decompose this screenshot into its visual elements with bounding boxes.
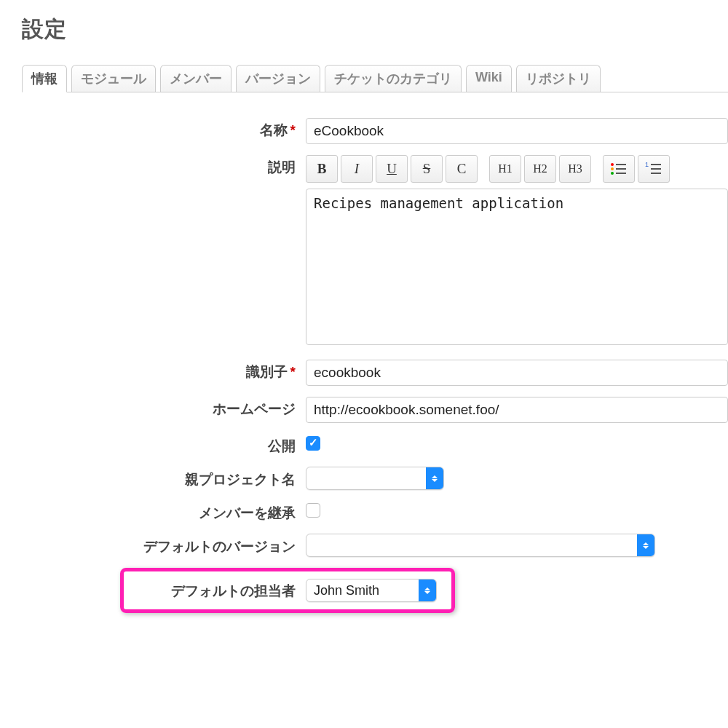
label-description: 説明 [22,155,306,177]
label-default-assignee: デフォルトの担当者 [124,580,306,601]
strike-button[interactable]: S [411,155,443,183]
chevron-updown-icon [419,579,436,601]
h3-button[interactable]: H3 [559,155,591,183]
tab-info[interactable]: 情報 [22,65,67,92]
h2-button[interactable]: H2 [524,155,556,183]
settings-panel: 名称* 説明 B I U S C H1 H2 H3 [22,92,728,638]
tab-modules[interactable]: モジュール [71,65,156,92]
tab-members[interactable]: メンバー [160,65,232,92]
code-button[interactable]: C [446,155,478,183]
label-homepage: ホームページ [22,397,306,419]
ol-button[interactable] [638,155,670,183]
label-name: 名称* [22,118,306,140]
page-title: 設定 [22,15,728,44]
label-public: 公開 [22,434,306,456]
label-inherit: メンバーを継承 [22,501,306,523]
italic-button[interactable]: I [341,155,373,183]
label-parent: 親プロジェクト名 [22,467,306,489]
description-textarea[interactable]: Recipes management application [306,189,728,345]
editor-toolbar: B I U S C H1 H2 H3 [306,155,728,183]
numbered-list-icon [646,163,661,175]
bullet-list-icon [612,163,626,175]
highlight-default-assignee: デフォルトの担当者 John Smith [120,568,455,613]
underline-button[interactable]: U [376,155,408,183]
tabs: 情報 モジュール メンバー バージョン チケットのカテゴリ Wiki リポジトリ [22,65,728,92]
bold-button[interactable]: B [306,155,338,183]
inherit-checkbox[interactable] [306,503,320,518]
default-assignee-value: John Smith [306,583,387,598]
h1-button[interactable]: H1 [489,155,521,183]
tab-repos[interactable]: リポジトリ [516,65,601,92]
ul-button[interactable] [603,155,635,183]
tab-wiki[interactable]: Wiki [466,65,512,92]
required-mark: * [290,122,296,138]
chevron-updown-icon [637,534,654,556]
tab-categories[interactable]: チケットのカテゴリ [325,65,462,92]
default-assignee-select[interactable]: John Smith [306,579,437,602]
label-identifier: 識別子* [22,360,306,381]
parent-select[interactable] [306,467,444,490]
label-default-version: デフォルトのバージョン [22,534,306,556]
public-checkbox[interactable] [306,436,320,451]
chevron-updown-icon [426,467,443,489]
default-version-select[interactable] [306,534,655,557]
identifier-input[interactable] [306,360,728,386]
tab-versions[interactable]: バージョン [236,65,320,92]
required-mark: * [290,364,296,379]
homepage-input[interactable] [306,397,728,423]
name-input[interactable] [306,118,728,144]
